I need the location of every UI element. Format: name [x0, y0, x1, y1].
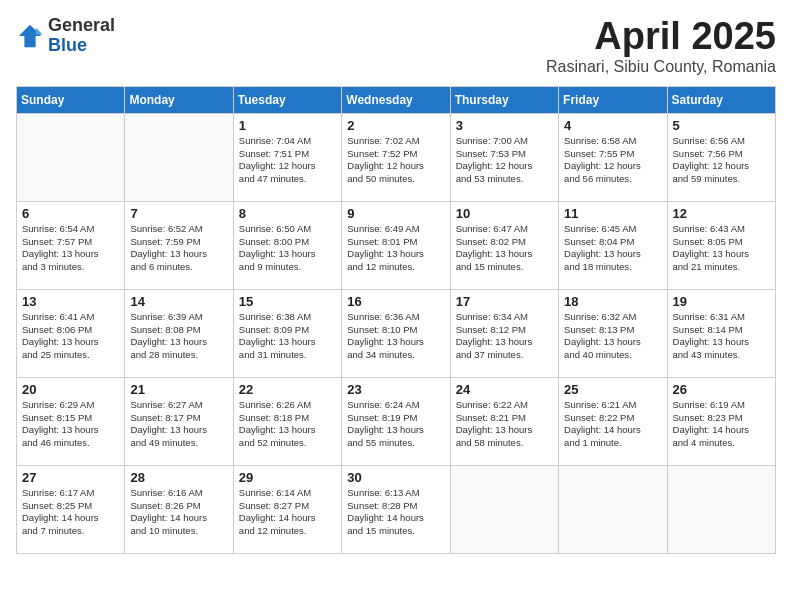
day-number: 13	[22, 294, 119, 309]
calendar-cell: 3Sunrise: 7:00 AM Sunset: 7:53 PM Daylig…	[450, 113, 558, 201]
day-info: Sunrise: 6:41 AM Sunset: 8:06 PM Dayligh…	[22, 311, 119, 362]
calendar-cell: 14Sunrise: 6:39 AM Sunset: 8:08 PM Dayli…	[125, 289, 233, 377]
calendar-body: 1Sunrise: 7:04 AM Sunset: 7:51 PM Daylig…	[17, 113, 776, 553]
day-info: Sunrise: 6:45 AM Sunset: 8:04 PM Dayligh…	[564, 223, 661, 274]
calendar-cell: 27Sunrise: 6:17 AM Sunset: 8:25 PM Dayli…	[17, 465, 125, 553]
day-info: Sunrise: 6:22 AM Sunset: 8:21 PM Dayligh…	[456, 399, 553, 450]
day-info: Sunrise: 6:31 AM Sunset: 8:14 PM Dayligh…	[673, 311, 770, 362]
day-info: Sunrise: 6:13 AM Sunset: 8:28 PM Dayligh…	[347, 487, 444, 538]
day-number: 4	[564, 118, 661, 133]
header-sunday: Sunday	[17, 86, 125, 113]
header-thursday: Thursday	[450, 86, 558, 113]
day-number: 14	[130, 294, 227, 309]
day-info: Sunrise: 6:52 AM Sunset: 7:59 PM Dayligh…	[130, 223, 227, 274]
calendar-cell: 24Sunrise: 6:22 AM Sunset: 8:21 PM Dayli…	[450, 377, 558, 465]
calendar-cell: 29Sunrise: 6:14 AM Sunset: 8:27 PM Dayli…	[233, 465, 341, 553]
calendar-cell: 7Sunrise: 6:52 AM Sunset: 7:59 PM Daylig…	[125, 201, 233, 289]
calendar-cell: 25Sunrise: 6:21 AM Sunset: 8:22 PM Dayli…	[559, 377, 667, 465]
day-info: Sunrise: 6:50 AM Sunset: 8:00 PM Dayligh…	[239, 223, 336, 274]
day-info: Sunrise: 6:19 AM Sunset: 8:23 PM Dayligh…	[673, 399, 770, 450]
day-info: Sunrise: 6:32 AM Sunset: 8:13 PM Dayligh…	[564, 311, 661, 362]
calendar-cell: 23Sunrise: 6:24 AM Sunset: 8:19 PM Dayli…	[342, 377, 450, 465]
calendar-cell	[450, 465, 558, 553]
day-info: Sunrise: 6:24 AM Sunset: 8:19 PM Dayligh…	[347, 399, 444, 450]
day-number: 10	[456, 206, 553, 221]
calendar-cell: 18Sunrise: 6:32 AM Sunset: 8:13 PM Dayli…	[559, 289, 667, 377]
day-info: Sunrise: 6:29 AM Sunset: 8:15 PM Dayligh…	[22, 399, 119, 450]
day-number: 22	[239, 382, 336, 397]
calendar-cell	[125, 113, 233, 201]
day-number: 23	[347, 382, 444, 397]
page-container: General Blue April 2025 Rasinari, Sibiu …	[0, 0, 792, 564]
day-number: 6	[22, 206, 119, 221]
day-info: Sunrise: 7:00 AM Sunset: 7:53 PM Dayligh…	[456, 135, 553, 186]
month-title: April 2025	[546, 16, 776, 58]
calendar-cell: 11Sunrise: 6:45 AM Sunset: 8:04 PM Dayli…	[559, 201, 667, 289]
calendar-cell: 30Sunrise: 6:13 AM Sunset: 8:28 PM Dayli…	[342, 465, 450, 553]
calendar-cell: 26Sunrise: 6:19 AM Sunset: 8:23 PM Dayli…	[667, 377, 775, 465]
calendar-cell: 19Sunrise: 6:31 AM Sunset: 8:14 PM Dayli…	[667, 289, 775, 377]
day-info: Sunrise: 6:26 AM Sunset: 8:18 PM Dayligh…	[239, 399, 336, 450]
calendar-table: Sunday Monday Tuesday Wednesday Thursday…	[16, 86, 776, 554]
day-info: Sunrise: 6:17 AM Sunset: 8:25 PM Dayligh…	[22, 487, 119, 538]
day-number: 8	[239, 206, 336, 221]
calendar-cell: 17Sunrise: 6:34 AM Sunset: 8:12 PM Dayli…	[450, 289, 558, 377]
calendar-cell: 8Sunrise: 6:50 AM Sunset: 8:00 PM Daylig…	[233, 201, 341, 289]
calendar-cell: 6Sunrise: 6:54 AM Sunset: 7:57 PM Daylig…	[17, 201, 125, 289]
header-monday: Monday	[125, 86, 233, 113]
day-info: Sunrise: 6:47 AM Sunset: 8:02 PM Dayligh…	[456, 223, 553, 274]
calendar-cell: 15Sunrise: 6:38 AM Sunset: 8:09 PM Dayli…	[233, 289, 341, 377]
day-number: 9	[347, 206, 444, 221]
header-tuesday: Tuesday	[233, 86, 341, 113]
day-number: 17	[456, 294, 553, 309]
day-info: Sunrise: 6:27 AM Sunset: 8:17 PM Dayligh…	[130, 399, 227, 450]
day-number: 26	[673, 382, 770, 397]
day-number: 18	[564, 294, 661, 309]
day-number: 30	[347, 470, 444, 485]
calendar-week-1: 1Sunrise: 7:04 AM Sunset: 7:51 PM Daylig…	[17, 113, 776, 201]
calendar-cell: 21Sunrise: 6:27 AM Sunset: 8:17 PM Dayli…	[125, 377, 233, 465]
calendar-cell: 28Sunrise: 6:16 AM Sunset: 8:26 PM Dayli…	[125, 465, 233, 553]
day-number: 5	[673, 118, 770, 133]
day-number: 16	[347, 294, 444, 309]
calendar-cell: 5Sunrise: 6:56 AM Sunset: 7:56 PM Daylig…	[667, 113, 775, 201]
day-number: 1	[239, 118, 336, 133]
day-info: Sunrise: 6:54 AM Sunset: 7:57 PM Dayligh…	[22, 223, 119, 274]
day-number: 12	[673, 206, 770, 221]
day-info: Sunrise: 7:04 AM Sunset: 7:51 PM Dayligh…	[239, 135, 336, 186]
day-number: 19	[673, 294, 770, 309]
day-info: Sunrise: 7:02 AM Sunset: 7:52 PM Dayligh…	[347, 135, 444, 186]
day-info: Sunrise: 6:34 AM Sunset: 8:12 PM Dayligh…	[456, 311, 553, 362]
day-info: Sunrise: 6:14 AM Sunset: 8:27 PM Dayligh…	[239, 487, 336, 538]
calendar-cell: 12Sunrise: 6:43 AM Sunset: 8:05 PM Dayli…	[667, 201, 775, 289]
calendar-cell: 13Sunrise: 6:41 AM Sunset: 8:06 PM Dayli…	[17, 289, 125, 377]
day-info: Sunrise: 6:16 AM Sunset: 8:26 PM Dayligh…	[130, 487, 227, 538]
svg-marker-0	[19, 25, 41, 47]
header-row: Sunday Monday Tuesday Wednesday Thursday…	[17, 86, 776, 113]
day-info: Sunrise: 6:56 AM Sunset: 7:56 PM Dayligh…	[673, 135, 770, 186]
header-wednesday: Wednesday	[342, 86, 450, 113]
calendar-week-5: 27Sunrise: 6:17 AM Sunset: 8:25 PM Dayli…	[17, 465, 776, 553]
calendar-week-2: 6Sunrise: 6:54 AM Sunset: 7:57 PM Daylig…	[17, 201, 776, 289]
day-number: 24	[456, 382, 553, 397]
calendar-cell: 4Sunrise: 6:58 AM Sunset: 7:55 PM Daylig…	[559, 113, 667, 201]
calendar-cell: 16Sunrise: 6:36 AM Sunset: 8:10 PM Dayli…	[342, 289, 450, 377]
calendar-cell: 20Sunrise: 6:29 AM Sunset: 8:15 PM Dayli…	[17, 377, 125, 465]
logo-icon	[16, 22, 44, 50]
day-number: 21	[130, 382, 227, 397]
logo-text: General Blue	[48, 16, 115, 56]
day-info: Sunrise: 6:36 AM Sunset: 8:10 PM Dayligh…	[347, 311, 444, 362]
calendar-cell	[559, 465, 667, 553]
day-number: 3	[456, 118, 553, 133]
day-number: 28	[130, 470, 227, 485]
calendar-week-3: 13Sunrise: 6:41 AM Sunset: 8:06 PM Dayli…	[17, 289, 776, 377]
calendar-header: Sunday Monday Tuesday Wednesday Thursday…	[17, 86, 776, 113]
day-info: Sunrise: 6:49 AM Sunset: 8:01 PM Dayligh…	[347, 223, 444, 274]
day-number: 11	[564, 206, 661, 221]
logo-blue-text: Blue	[48, 36, 115, 56]
page-header: General Blue April 2025 Rasinari, Sibiu …	[16, 16, 776, 76]
day-number: 7	[130, 206, 227, 221]
calendar-cell: 9Sunrise: 6:49 AM Sunset: 8:01 PM Daylig…	[342, 201, 450, 289]
calendar-cell: 22Sunrise: 6:26 AM Sunset: 8:18 PM Dayli…	[233, 377, 341, 465]
day-info: Sunrise: 6:21 AM Sunset: 8:22 PM Dayligh…	[564, 399, 661, 450]
